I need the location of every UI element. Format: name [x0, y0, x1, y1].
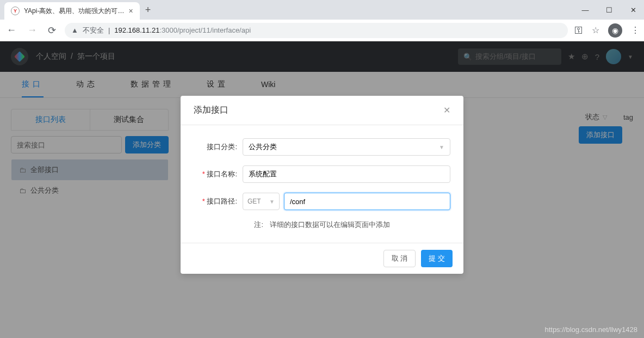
label-name: 接口名称: [194, 169, 237, 179]
star-icon[interactable]: ☆ [592, 25, 599, 35]
address-bar[interactable]: ▲ 不安全 | 192.168.11.21:3000/project/11/in… [65, 23, 568, 38]
note-label: 注: [254, 220, 263, 229]
app: 个人空间 / 第一个项目 🔍 搜索分组/项目/接口 ★ ⊕ ? ▼ 接口 动态 … [0, 41, 644, 338]
browser-titlebar: Y YApi-高效、易用、功能强大的可… × + — ☐ ✕ [0, 0, 644, 20]
form-row-name: 接口名称: [194, 165, 450, 183]
key-icon[interactable]: ⚿ [574, 26, 583, 35]
category-value: 公共分类 [249, 142, 277, 152]
add-interface-modal: 添加接口 ✕ 接口分类: 公共分类 ▼ 接口名称: 接口路径: [181, 96, 463, 274]
method-select[interactable]: GET ▼ [243, 193, 280, 210]
category-select[interactable]: 公共分类 ▼ [243, 138, 450, 156]
modal-footer: 取 消 提 交 [181, 243, 463, 274]
modal-header: 添加接口 ✕ [181, 96, 463, 125]
name-input[interactable] [243, 165, 450, 183]
label-category: 接口分类: [194, 142, 237, 152]
forward-button[interactable]: → [25, 22, 39, 38]
menu-icon[interactable]: ⋮ [631, 25, 640, 35]
form-row-category: 接口分类: 公共分类 ▼ [194, 138, 450, 156]
browser-tab[interactable]: Y YApi-高效、易用、功能强大的可… × [4, 2, 140, 20]
note-text: 详细的接口数据可以在编辑页面中添加 [270, 220, 390, 229]
minimize-icon[interactable]: — [579, 6, 592, 14]
modal-body: 接口分类: 公共分类 ▼ 接口名称: 接口路径: GET ▼ [181, 125, 463, 243]
profile-avatar[interactable]: ◉ [608, 23, 622, 38]
back-button[interactable]: ← [4, 22, 18, 38]
watermark: https://blog.csdn.net/llwy1428 [544, 325, 637, 334]
tab-favicon: Y [11, 7, 20, 15]
insecure-label: 不安全 [83, 26, 104, 35]
method-value: GET [247, 198, 261, 205]
tab-close-icon[interactable]: × [128, 7, 133, 15]
window-controls: — ☐ ✕ [579, 0, 640, 20]
submit-button[interactable]: 提 交 [421, 250, 453, 267]
chevron-down-icon: ▼ [439, 144, 444, 150]
url-separator: | [108, 26, 110, 34]
address-url: 192.168.11.21:3000/project/11/interface/… [114, 26, 251, 34]
modal-close-icon[interactable]: ✕ [443, 105, 450, 115]
form-row-path: 接口路径: GET ▼ [194, 193, 450, 210]
chevron-down-icon: ▼ [269, 199, 275, 205]
maximize-icon[interactable]: ☐ [603, 6, 616, 14]
reload-button[interactable]: ⟳ [46, 22, 58, 39]
modal-overlay: 添加接口 ✕ 接口分类: 公共分类 ▼ 接口名称: 接口路径: [0, 41, 644, 338]
path-input[interactable] [284, 193, 450, 210]
path-group: GET ▼ [243, 193, 450, 210]
close-icon[interactable]: ✕ [627, 6, 640, 14]
form-note: 注: 详细的接口数据可以在编辑页面中添加 [194, 220, 450, 230]
toolbar-icons: ⚿ ☆ ◉ ⋮ [574, 23, 640, 38]
modal-title: 添加接口 [194, 105, 228, 116]
cancel-button[interactable]: 取 消 [383, 250, 416, 267]
tab-title: YApi-高效、易用、功能强大的可… [24, 7, 124, 16]
browser-toolbar: ← → ⟳ ▲ 不安全 | 192.168.11.21:3000/project… [0, 20, 644, 41]
new-tab-button[interactable]: + [140, 4, 157, 16]
insecure-icon: ▲ [71, 26, 78, 34]
label-path: 接口路径: [194, 196, 237, 206]
